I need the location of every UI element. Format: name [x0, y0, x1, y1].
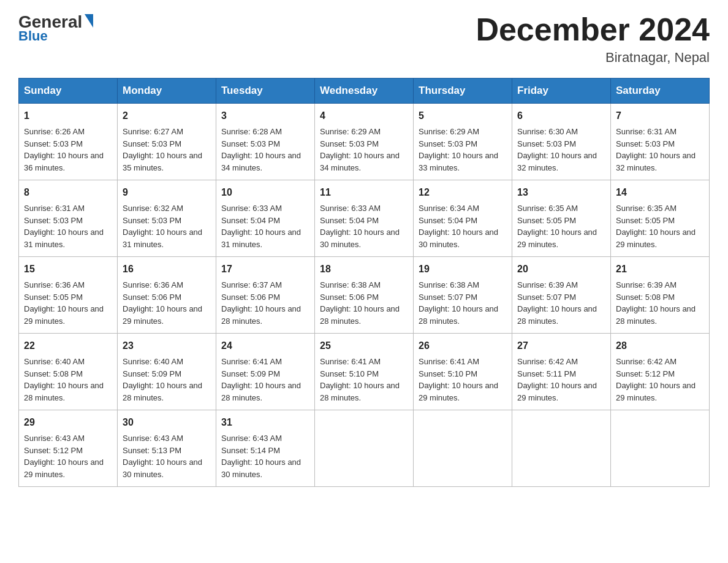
title-area: December 2024 Biratnagar, Nepal: [476, 12, 710, 66]
day-number: 17: [221, 262, 309, 277]
calendar-cell: 14Sunrise: 6:35 AMSunset: 5:05 PMDayligh…: [611, 180, 710, 257]
day-number: 22: [24, 339, 112, 353]
calendar-cell: 17Sunrise: 6:37 AMSunset: 5:06 PMDayligh…: [216, 257, 315, 334]
calendar-header-row: SundayMondayTuesdayWednesdayThursdayFrid…: [19, 79, 710, 104]
calendar-cell: 24Sunrise: 6:41 AMSunset: 5:09 PMDayligh…: [216, 334, 315, 410]
calendar-cell: 15Sunrise: 6:36 AMSunset: 5:05 PMDayligh…: [19, 257, 118, 334]
day-number: 6: [517, 109, 605, 123]
sunset-text: Sunset: 5:12 PM: [616, 369, 675, 378]
daylight-text: Daylight: 10 hours and 29 minutes.: [24, 458, 104, 479]
sunset-text: Sunset: 5:06 PM: [320, 293, 379, 302]
calendar-cell: 31Sunrise: 6:43 AMSunset: 5:14 PMDayligh…: [216, 410, 315, 487]
sunset-text: Sunset: 5:14 PM: [221, 446, 280, 455]
calendar-cell: 5Sunrise: 6:29 AMSunset: 5:03 PMDaylight…: [414, 104, 512, 180]
daylight-text: Daylight: 10 hours and 30 minutes.: [221, 458, 301, 479]
calendar-cell: 1Sunrise: 6:26 AMSunset: 5:03 PMDaylight…: [19, 104, 118, 180]
day-number: 3: [221, 109, 309, 123]
calendar-header-tuesday: Tuesday: [216, 79, 315, 104]
daylight-text: Daylight: 10 hours and 28 minutes.: [616, 304, 696, 326]
sunrise-text: Sunrise: 6:29 AM: [419, 127, 479, 136]
daylight-text: Daylight: 10 hours and 28 minutes.: [320, 304, 400, 326]
sunset-text: Sunset: 5:07 PM: [517, 293, 576, 302]
sunset-text: Sunset: 5:06 PM: [221, 293, 280, 302]
calendar-week-2: 8Sunrise: 6:31 AMSunset: 5:03 PMDaylight…: [19, 180, 710, 257]
calendar-cell: 13Sunrise: 6:35 AMSunset: 5:05 PMDayligh…: [512, 180, 611, 257]
day-number: 1: [24, 109, 112, 123]
sunrise-text: Sunrise: 6:43 AM: [221, 434, 282, 443]
day-number: 7: [616, 109, 704, 123]
day-number: 10: [221, 185, 309, 200]
sunrise-text: Sunrise: 6:43 AM: [24, 434, 85, 443]
sunrise-text: Sunrise: 6:42 AM: [517, 357, 578, 366]
calendar-cell: [512, 410, 611, 487]
calendar-header-friday: Friday: [512, 79, 611, 104]
sunrise-text: Sunrise: 6:34 AM: [419, 204, 479, 213]
sunrise-text: Sunrise: 6:41 AM: [320, 357, 381, 366]
sunset-text: Sunset: 5:13 PM: [123, 446, 181, 455]
day-number: 20: [517, 262, 605, 277]
sunset-text: Sunset: 5:10 PM: [320, 369, 379, 378]
day-number: 19: [419, 262, 507, 277]
calendar-week-5: 29Sunrise: 6:43 AMSunset: 5:12 PMDayligh…: [19, 410, 710, 487]
sunset-text: Sunset: 5:04 PM: [419, 216, 477, 225]
daylight-text: Daylight: 10 hours and 35 minutes.: [123, 151, 202, 172]
sunrise-text: Sunrise: 6:38 AM: [419, 280, 479, 289]
calendar-cell: 8Sunrise: 6:31 AMSunset: 5:03 PMDaylight…: [19, 180, 118, 257]
daylight-text: Daylight: 10 hours and 31 minutes.: [24, 228, 104, 249]
sunset-text: Sunset: 5:03 PM: [419, 139, 477, 148]
day-number: 12: [419, 185, 507, 200]
daylight-text: Daylight: 10 hours and 29 minutes.: [616, 381, 696, 402]
calendar-cell: 27Sunrise: 6:42 AMSunset: 5:11 PMDayligh…: [512, 334, 611, 410]
sunrise-text: Sunrise: 6:39 AM: [616, 280, 677, 289]
sunset-text: Sunset: 5:08 PM: [24, 369, 83, 378]
calendar-cell: 7Sunrise: 6:31 AMSunset: 5:03 PMDaylight…: [611, 104, 710, 180]
sunrise-text: Sunrise: 6:36 AM: [123, 280, 183, 289]
daylight-text: Daylight: 10 hours and 28 minutes.: [517, 304, 597, 326]
sunset-text: Sunset: 5:08 PM: [616, 293, 675, 302]
sunset-text: Sunset: 5:05 PM: [517, 216, 576, 225]
calendar-header-monday: Monday: [118, 79, 216, 104]
day-number: 8: [24, 185, 112, 200]
daylight-text: Daylight: 10 hours and 29 minutes.: [123, 304, 202, 326]
calendar-cell: 28Sunrise: 6:42 AMSunset: 5:12 PMDayligh…: [611, 334, 710, 410]
daylight-text: Daylight: 10 hours and 29 minutes.: [24, 304, 104, 326]
sunrise-text: Sunrise: 6:43 AM: [123, 434, 183, 443]
day-number: 16: [123, 262, 211, 277]
calendar-cell: 2Sunrise: 6:27 AMSunset: 5:03 PMDaylight…: [118, 104, 216, 180]
daylight-text: Daylight: 10 hours and 29 minutes.: [616, 228, 696, 249]
daylight-text: Daylight: 10 hours and 28 minutes.: [320, 381, 400, 402]
sunset-text: Sunset: 5:04 PM: [221, 216, 280, 225]
day-number: 29: [24, 415, 112, 430]
day-number: 26: [419, 339, 507, 353]
daylight-text: Daylight: 10 hours and 30 minutes.: [123, 458, 202, 479]
calendar-cell: 6Sunrise: 6:30 AMSunset: 5:03 PMDaylight…: [512, 104, 611, 180]
calendar-cell: 10Sunrise: 6:33 AMSunset: 5:04 PMDayligh…: [216, 180, 315, 257]
calendar-week-4: 22Sunrise: 6:40 AMSunset: 5:08 PMDayligh…: [19, 334, 710, 410]
sunset-text: Sunset: 5:05 PM: [24, 293, 83, 302]
sunset-text: Sunset: 5:03 PM: [123, 216, 181, 225]
logo: General Blue: [18, 12, 93, 44]
sunrise-text: Sunrise: 6:39 AM: [517, 280, 578, 289]
day-number: 15: [24, 262, 112, 277]
daylight-text: Daylight: 10 hours and 28 minutes.: [24, 381, 104, 402]
day-number: 13: [517, 185, 605, 200]
calendar-cell: 20Sunrise: 6:39 AMSunset: 5:07 PMDayligh…: [512, 257, 611, 334]
daylight-text: Daylight: 10 hours and 36 minutes.: [24, 151, 104, 172]
sunrise-text: Sunrise: 6:30 AM: [517, 127, 578, 136]
sunrise-text: Sunrise: 6:32 AM: [123, 204, 183, 213]
sunrise-text: Sunrise: 6:35 AM: [616, 204, 677, 213]
calendar-cell: 23Sunrise: 6:40 AMSunset: 5:09 PMDayligh…: [118, 334, 216, 410]
calendar-cell: [611, 410, 710, 487]
calendar-cell: 29Sunrise: 6:43 AMSunset: 5:12 PMDayligh…: [19, 410, 118, 487]
day-number: 4: [320, 109, 408, 123]
calendar-cell: 25Sunrise: 6:41 AMSunset: 5:10 PMDayligh…: [315, 334, 414, 410]
sunrise-text: Sunrise: 6:38 AM: [320, 280, 381, 289]
day-number: 30: [123, 415, 211, 430]
day-number: 28: [616, 339, 704, 353]
logo-blue-label: Blue: [18, 28, 48, 44]
sunset-text: Sunset: 5:09 PM: [123, 369, 181, 378]
sunset-text: Sunset: 5:04 PM: [320, 216, 379, 225]
day-number: 9: [123, 185, 211, 200]
day-number: 5: [419, 109, 507, 123]
calendar-table: SundayMondayTuesdayWednesdayThursdayFrid…: [18, 78, 710, 487]
